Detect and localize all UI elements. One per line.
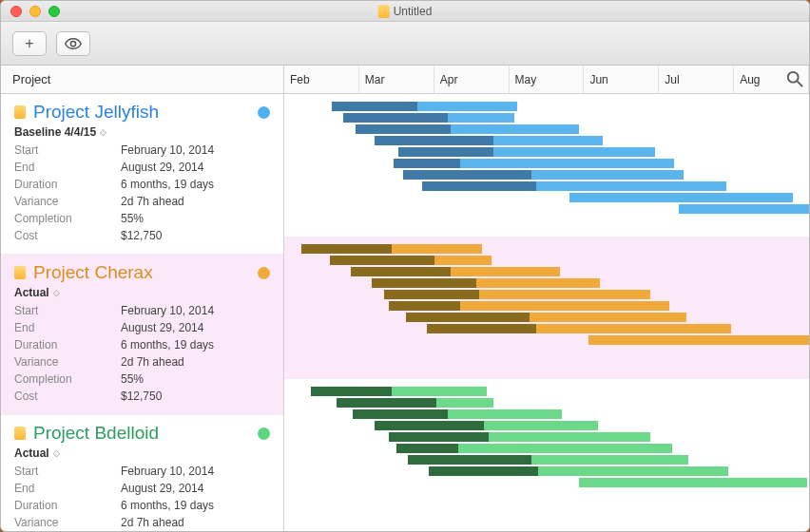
eye-icon: [65, 37, 82, 50]
add-button[interactable]: +: [12, 31, 47, 56]
label-end: End: [14, 480, 121, 497]
minimize-window-button[interactable]: [29, 6, 41, 17]
month-column[interactable]: Jul: [659, 66, 734, 93]
project-details: StartFebruary 10, 2014 EndAugust 29, 201…: [14, 142, 272, 244]
gantt-bar[interactable]: [417, 102, 517, 111]
value-variance: 2d 7h ahead: [121, 514, 184, 531]
value-variance: 2d 7h ahead: [121, 353, 184, 370]
maximize-window-button[interactable]: [48, 6, 60, 17]
plus-icon: +: [25, 35, 33, 52]
document-icon: [14, 427, 26, 440]
content: Project Project Jellyfish Baseline 4/4/1…: [1, 66, 809, 531]
sort-diamond-icon: ◇: [53, 448, 60, 458]
project-header: Project Cherax: [14, 262, 272, 283]
traffic-lights: [1, 6, 60, 17]
label-start: Start: [14, 463, 121, 480]
label-completion: Completion: [14, 370, 121, 388]
project-name: Project Jellyfish: [33, 102, 159, 123]
label-duration: Duration: [14, 336, 121, 353]
svg-point-0: [70, 41, 75, 46]
label-variance: Variance: [14, 514, 121, 531]
sidebar: Project Project Jellyfish Baseline 4/4/1…: [1, 66, 284, 531]
gantt-bar[interactable]: [392, 387, 487, 396]
project-details: StartFebruary 10, 2014 EndAugust 29, 201…: [14, 302, 272, 405]
gantt-bar[interactable]: [392, 244, 482, 254]
label-variance: Variance: [14, 353, 121, 370]
view-toggle-button[interactable]: [56, 31, 90, 56]
project-header: Project Jellyfish: [14, 102, 272, 123]
label-completion: Completion: [14, 210, 121, 227]
project-color-dot[interactable]: [258, 106, 270, 119]
project-row[interactable]: Project Jellyfish Baseline 4/4/15 ◇ Star…: [1, 94, 283, 255]
project-row[interactable]: Project Cherax Actual ◇ StartFebruary 10…: [1, 255, 283, 415]
project-color-dot[interactable]: [258, 428, 270, 440]
label-cost: Cost: [14, 227, 121, 244]
project-subtitle[interactable]: Actual ◇: [14, 446, 272, 460]
project-subtitle[interactable]: Baseline 4/4/15 ◇: [14, 125, 272, 139]
value-duration: 6 months, 19 days: [121, 176, 214, 193]
gantt-lane: [284, 94, 809, 237]
magnifier-icon: [786, 70, 803, 87]
sidebar-column-header[interactable]: Project: [1, 66, 283, 94]
subtitle-text: Actual: [14, 446, 49, 460]
label-duration: Duration: [14, 497, 121, 514]
project-details: StartFebruary 10, 2014 EndAugust 29, 201…: [14, 463, 272, 531]
subtitle-text: Actual: [14, 286, 49, 299]
value-duration: 6 months, 19 days: [121, 336, 214, 353]
gantt-bar[interactable]: [311, 387, 392, 396]
value-cost: $12,750: [121, 388, 162, 405]
month-column[interactable]: Apr: [434, 66, 510, 93]
value-variance: 2d 7h ahead: [121, 193, 184, 210]
titlebar[interactable]: Untitled: [1, 1, 809, 22]
project-color-dot[interactable]: [258, 267, 270, 279]
sort-diamond-icon: ◇: [53, 288, 60, 297]
label-variance: Variance: [14, 193, 121, 210]
project-name: Project Cherax: [33, 262, 153, 283]
value-duration: 6 months, 19 days: [121, 497, 214, 514]
document-icon: [378, 5, 390, 18]
project-header: Project Bdelloid: [14, 423, 272, 444]
value-cost: $12,750: [121, 227, 162, 244]
timeline-body[interactable]: [284, 94, 809, 531]
gantt-bar[interactable]: [301, 244, 392, 254]
document-icon: [14, 266, 26, 279]
project-row[interactable]: Project Bdelloid Actual ◇ StartFebruary …: [1, 415, 283, 531]
subtitle-text: Baseline 4/4/15: [14, 125, 96, 139]
svg-line-2: [798, 82, 802, 86]
value-completion: 55%: [121, 370, 144, 388]
month-column[interactable]: Jun: [584, 66, 659, 93]
window-title-text: Untitled: [394, 5, 433, 18]
label-end: End: [14, 159, 121, 176]
close-window-button[interactable]: [10, 6, 22, 17]
gantt-bar[interactable]: [332, 102, 417, 111]
label-start: Start: [14, 142, 121, 159]
sort-diamond-icon: ◇: [100, 127, 106, 137]
project-column-label: Project: [12, 72, 50, 86]
svg-point-1: [788, 72, 799, 83]
value-end: August 29, 2014: [121, 319, 203, 336]
project-list: Project Jellyfish Baseline 4/4/15 ◇ Star…: [1, 94, 283, 531]
project-name: Project Bdelloid: [33, 423, 159, 444]
label-duration: Duration: [14, 176, 121, 193]
value-completion: 55%: [121, 210, 144, 227]
label-cost: Cost: [14, 388, 121, 405]
value-end: August 29, 2014: [121, 480, 203, 497]
zoom-button[interactable]: [786, 70, 803, 87]
window-title: Untitled: [378, 5, 433, 18]
gantt-lane: [284, 379, 809, 522]
label-start: Start: [14, 302, 121, 319]
value-start: February 10, 2014: [121, 142, 214, 159]
value-start: February 10, 2014: [121, 463, 214, 480]
month-column[interactable]: Feb: [284, 66, 359, 93]
app-window: Untitled + Project Project Jellyfish: [0, 0, 810, 532]
gantt-lane: [284, 237, 809, 379]
timeline-header[interactable]: Feb Mar Apr May Jun Jul Aug: [284, 66, 809, 94]
timeline: Feb Mar Apr May Jun Jul Aug: [284, 66, 809, 531]
document-icon: [14, 105, 26, 119]
month-column[interactable]: Mar: [359, 66, 434, 93]
value-start: February 10, 2014: [121, 302, 214, 319]
month-column[interactable]: May: [510, 66, 585, 93]
project-subtitle[interactable]: Actual ◇: [14, 286, 272, 299]
toolbar: +: [1, 22, 809, 66]
label-end: End: [14, 319, 121, 336]
